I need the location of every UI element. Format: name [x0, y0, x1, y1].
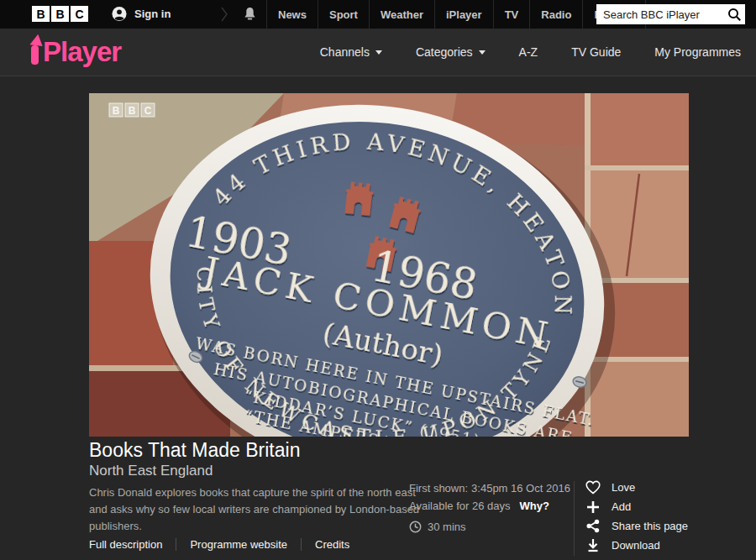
- share-button[interactable]: Share this page: [585, 519, 688, 533]
- chevron-down-icon: [375, 50, 382, 55]
- availability-text: Available for 26 days: [409, 500, 510, 512]
- bbc-logo-letter: B: [32, 6, 50, 22]
- notifications-bell-button[interactable]: [234, 0, 266, 29]
- iplayer-nav-a-z[interactable]: A-Z: [502, 45, 555, 59]
- search-input[interactable]: [596, 4, 727, 24]
- search-box: [596, 4, 745, 24]
- description-line: publishers.: [89, 518, 419, 535]
- topnav-item-weather[interactable]: Weather: [369, 0, 434, 29]
- topnav-item-radio[interactable]: Radio: [529, 0, 582, 29]
- programme-hero-image: 44 THIRD AVENUE, HEATON 1903 1968 JACK C…: [89, 93, 689, 437]
- broadcast-meta: First shown: 3:45pm 16 Oct 2016 Availabl…: [409, 482, 570, 533]
- iplayer-header: i Player Channels Categories A-Z TV Guid…: [0, 29, 756, 76]
- duration-row: 30 mins: [409, 521, 570, 533]
- iplayer-nav-categories[interactable]: Categories: [399, 45, 502, 59]
- divider: [176, 538, 176, 551]
- heart-icon: [585, 480, 601, 495]
- programme-description: Chris Donald explores books that capture…: [89, 484, 419, 535]
- svg-text:B: B: [113, 105, 120, 117]
- iplayer-logo[interactable]: i Player: [31, 38, 121, 66]
- programme-links: Full description Programme website Credi…: [89, 538, 349, 551]
- add-button[interactable]: Add: [585, 500, 688, 514]
- divider: [574, 481, 575, 556]
- svg-text:B: B: [129, 105, 136, 117]
- full-description-link[interactable]: Full description: [89, 538, 162, 551]
- bbc-logo-letter: B: [51, 6, 69, 22]
- topnav-item-news[interactable]: News: [266, 0, 318, 29]
- programme-website-link[interactable]: Programme website: [190, 538, 287, 551]
- action-buttons: Love Add Share this page: [585, 480, 688, 552]
- topnav-item-iplayer[interactable]: iPlayer: [434, 0, 493, 29]
- iplayer-nav-channels[interactable]: Channels: [303, 45, 399, 59]
- availability-row: Available for 26 days Why?: [409, 500, 570, 512]
- nav-separator-chevron-icon: [221, 7, 228, 25]
- duration-value: 30 mins: [428, 521, 466, 533]
- iplayer-nav-tv-guide[interactable]: TV Guide: [554, 45, 638, 59]
- first-shown-value: 3:45pm 16 Oct 2016: [471, 482, 570, 495]
- iplayer-logo-i-play-icon: i: [31, 38, 43, 66]
- iplayer-logo-text: Player: [43, 38, 121, 66]
- love-button[interactable]: Love: [585, 480, 688, 495]
- why-link[interactable]: Why?: [519, 500, 549, 512]
- iplayer-navigation: Channels Categories A-Z TV Guide My Prog…: [303, 29, 741, 76]
- bell-icon: [243, 7, 257, 22]
- plus-icon: [585, 500, 601, 515]
- divider: [301, 538, 302, 551]
- first-shown-label: First shown:: [409, 482, 468, 495]
- svg-text:C: C: [144, 105, 152, 117]
- first-shown-row: First shown: 3:45pm 16 Oct 2016: [409, 482, 570, 495]
- chevron-down-icon: [479, 50, 486, 55]
- iplayer-nav-my-programmes[interactable]: My Programmes: [638, 45, 741, 59]
- episode-subtitle: North East England: [89, 463, 213, 479]
- account-avatar-icon: [112, 6, 127, 21]
- clock-icon: [409, 521, 422, 533]
- top-bar: B B C Sign in News Sport Weather iPlayer…: [0, 0, 756, 29]
- download-icon: [585, 538, 601, 553]
- share-icon: [585, 519, 601, 534]
- page-title: Books That Made Britain: [89, 439, 300, 462]
- topnav-item-sport[interactable]: Sport: [318, 0, 369, 29]
- sign-in-button[interactable]: Sign in: [112, 6, 171, 21]
- bbc-watermark: B B C: [109, 103, 155, 117]
- bbc-logo[interactable]: B B C: [32, 6, 88, 22]
- top-navigation: News Sport Weather iPlayer TV Radio More: [234, 0, 646, 29]
- topnav-item-tv[interactable]: TV: [493, 0, 530, 29]
- credits-link[interactable]: Credits: [315, 538, 349, 551]
- bbc-logo-letter: C: [71, 6, 88, 22]
- search-icon: [727, 8, 742, 22]
- description-line: Chris Donald explores books that capture…: [89, 484, 419, 501]
- description-line: and asks why so few local writers are ch…: [89, 501, 419, 518]
- plaque-photo: 44 THIRD AVENUE, HEATON 1903 1968 JACK C…: [89, 93, 689, 437]
- search-submit-button[interactable]: [726, 7, 743, 22]
- sign-in-label: Sign in: [134, 8, 171, 20]
- download-button[interactable]: Download: [585, 538, 688, 552]
